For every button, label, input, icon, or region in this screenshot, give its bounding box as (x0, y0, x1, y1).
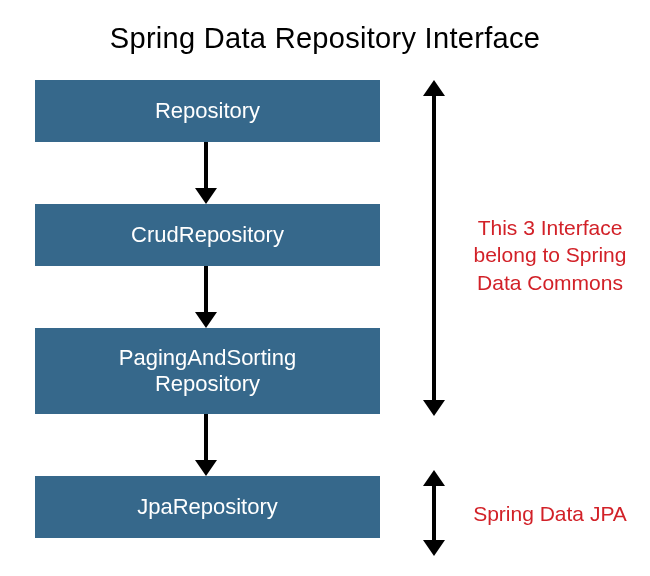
diagram-title: Spring Data Repository Interface (0, 22, 650, 55)
box-repository: Repository (35, 80, 380, 142)
box-paging-sorting-repository: PagingAndSortingRepository (35, 328, 380, 414)
box-crud-repository: CrudRepository (35, 204, 380, 266)
annotation-commons: This 3 Interface belong to Spring Data C… (462, 214, 638, 296)
annotation-jpa: Spring Data JPA (462, 500, 638, 527)
box-jpa-repository: JpaRepository (35, 476, 380, 538)
